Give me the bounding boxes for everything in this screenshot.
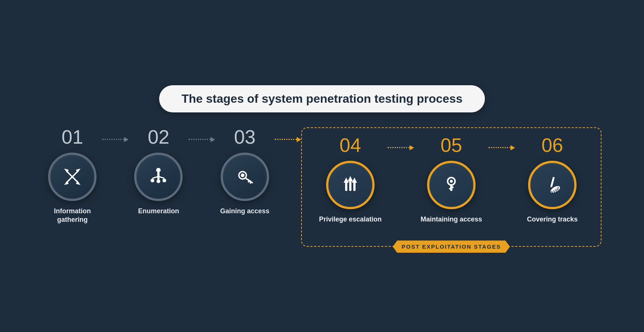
stage-5-header: 05 (414, 135, 489, 155)
arrow-3-4 (275, 137, 301, 142)
step-number-3: 03 (234, 127, 256, 147)
stage-1-icon (48, 153, 97, 201)
stage-1-label: Information gathering (42, 207, 102, 224)
arrows-up-icon (339, 174, 362, 196)
svg-point-16 (157, 179, 160, 183)
stage-3-header: 03 (215, 127, 275, 147)
svg-rect-33 (452, 186, 454, 188)
arrow-5-6 (489, 145, 515, 150)
arrow-head-2 (211, 137, 215, 142)
step-number-6: 06 (542, 135, 563, 155)
svg-rect-25 (349, 181, 351, 191)
svg-point-30 (450, 180, 453, 183)
stage-4-label: Privilege escalation (319, 215, 382, 224)
svg-point-15 (162, 179, 166, 182)
svg-rect-17 (157, 176, 160, 179)
svg-marker-26 (348, 176, 353, 181)
svg-point-13 (151, 179, 154, 182)
arrow-head-3 (297, 137, 301, 142)
post-exploit-label-wrapper: POST EXPLOITATION STAGES (393, 240, 510, 253)
stage-5-label: Maintaining access (420, 215, 482, 224)
step-number-5: 05 (441, 135, 462, 155)
stages-row: 01 (42, 127, 602, 247)
step-number-1: 01 (61, 127, 83, 147)
svg-point-22 (241, 173, 244, 177)
stage-4: 04 (313, 135, 388, 224)
step-number-2: 02 (148, 127, 170, 147)
svg-rect-10 (157, 172, 160, 175)
page-title: The stages of system penetration testing… (181, 92, 463, 105)
arrow-1-2 (102, 137, 129, 142)
svg-rect-34 (550, 177, 555, 187)
stage-3-label: Gaining access (220, 207, 269, 216)
arrow-4-5 (388, 145, 414, 150)
svg-rect-23 (345, 182, 347, 191)
stage-1: 01 (42, 127, 102, 224)
stage-2: 02 (129, 127, 188, 216)
arrow-2-3 (189, 137, 215, 142)
stage-6: 06 (515, 135, 590, 224)
stage-6-header: 06 (515, 135, 590, 155)
stage-5-icon (427, 161, 476, 209)
post-exploit-label: POST EXPLOITATION STAGES (393, 240, 510, 253)
stage-6-label: Covering tracks (527, 215, 578, 224)
svg-marker-24 (344, 178, 349, 183)
dotted-line-5 (489, 147, 511, 148)
main-container: The stages of system penetration testing… (42, 85, 602, 247)
stage-3: 03 Gaining access (215, 127, 275, 216)
svg-rect-32 (449, 188, 451, 189)
step-number-4: 04 (340, 135, 361, 155)
stage-4-icon (326, 161, 375, 209)
hierarchy-icon (147, 166, 170, 188)
stage-3-icon (221, 153, 269, 201)
stage-5: 05 (414, 135, 489, 224)
svg-marker-28 (352, 178, 357, 183)
key-circle-icon (234, 166, 256, 188)
dotted-line-1 (102, 139, 124, 140)
stage-2-header: 02 (129, 127, 188, 147)
arrow-head-5 (511, 145, 515, 150)
dotted-line-3 (275, 139, 297, 140)
key-hole-icon (440, 174, 463, 196)
arrow-head-4 (410, 145, 414, 150)
title-box: The stages of system penetration testing… (159, 85, 485, 112)
stage-2-label: Enumeration (138, 207, 179, 216)
stage-1-header: 01 (42, 127, 102, 147)
dotted-line-4 (388, 147, 410, 148)
stage-2-icon (134, 153, 183, 201)
stage-4-header: 04 (313, 135, 388, 155)
scatter-icon (61, 166, 83, 188)
svg-rect-27 (353, 182, 356, 191)
broom-icon (541, 174, 564, 196)
svg-point-9 (156, 168, 161, 172)
arrow-head-1 (124, 137, 129, 142)
dotted-line-2 (189, 139, 211, 140)
stage-6-icon (528, 161, 577, 209)
post-exploit-group: 04 (301, 127, 602, 247)
